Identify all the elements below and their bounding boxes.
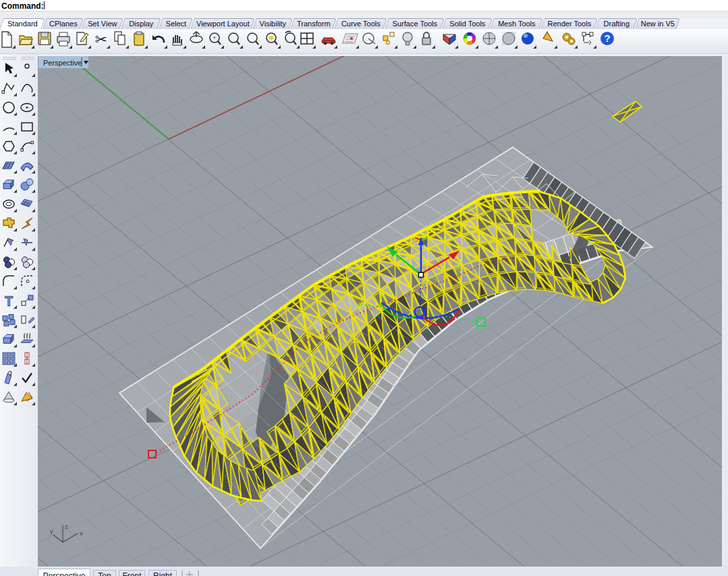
svg-text:z: z bbox=[65, 523, 68, 530]
svg-text:x: x bbox=[80, 529, 83, 537]
svg-text:+: + bbox=[213, 34, 216, 41]
svg-text:✂: ✂ bbox=[95, 31, 107, 48]
svg-text:y: y bbox=[50, 527, 53, 535]
svg-text:?: ? bbox=[604, 32, 610, 44]
svg-text:Perspective: Perspective bbox=[43, 59, 82, 67]
svg-text:T: T bbox=[5, 294, 13, 309]
